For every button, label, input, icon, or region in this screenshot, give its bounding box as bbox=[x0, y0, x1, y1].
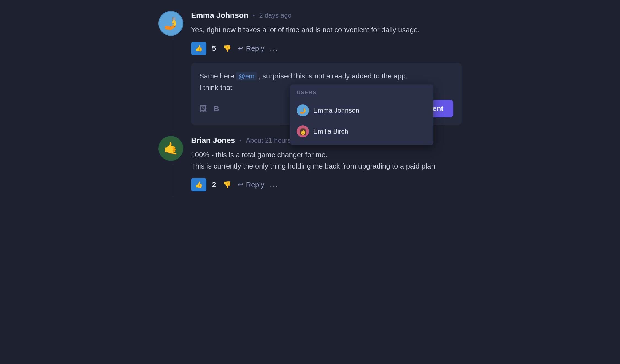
timestamp-emma: 2 days ago bbox=[259, 12, 292, 19]
avatar-emma: 🤳 bbox=[158, 11, 183, 36]
reply-compose: Same here @em , surprised this is not al… bbox=[191, 63, 462, 125]
image-icon-button[interactable]: 🖼 bbox=[199, 104, 207, 113]
dot-separator-brian: • bbox=[239, 137, 241, 144]
dislike-button-emma[interactable]: 👎 bbox=[222, 44, 232, 53]
reply-text-line2-before: I think that bbox=[199, 83, 232, 92]
brian-text-line2: This is currently the only thing holding… bbox=[191, 162, 437, 170]
dropdown-name-emma: Emma Johnson bbox=[313, 105, 359, 116]
like-count-brian: 2 bbox=[212, 180, 216, 189]
avatar-brian: 🤙 bbox=[158, 136, 183, 161]
comment-text-brian: 100% - this is a total game changer for … bbox=[191, 149, 462, 172]
reply-text-after: , surprised this is not already added to… bbox=[258, 72, 408, 80]
more-button-brian[interactable]: ... bbox=[270, 180, 279, 189]
mention-dropdown: USERS 🤳 Emma Johnson 👩 Emilia Birch bbox=[290, 84, 433, 145]
like-count-emma: 5 bbox=[212, 44, 216, 53]
reply-button-brian[interactable]: ↩ Reply bbox=[238, 181, 264, 189]
reaction-bar-brian: 👍 2 👎 ↩ Reply ... bbox=[191, 178, 462, 191]
comment-thread: 🤳 Emma Johnson • 2 days ago Yes, right n… bbox=[158, 11, 462, 191]
comment-emma: 🤳 Emma Johnson • 2 days ago Yes, right n… bbox=[158, 11, 462, 125]
author-name-brian: Brian Jones bbox=[191, 136, 235, 145]
dropdown-avatar-emilia: 👩 bbox=[297, 125, 309, 137]
more-button-emma[interactable]: ... bbox=[270, 44, 279, 53]
dropdown-header: USERS bbox=[290, 89, 433, 100]
dropdown-item-emilia[interactable]: 👩 Emilia Birch bbox=[290, 121, 433, 142]
comment-body-emma: Emma Johnson • 2 days ago Yes, right now… bbox=[191, 11, 462, 125]
like-button-emma[interactable]: 👍 bbox=[191, 42, 206, 55]
reply-text-before: Same here bbox=[199, 72, 234, 80]
dropdown-name-emilia: Emilia Birch bbox=[313, 126, 348, 137]
mention-tag: @em bbox=[236, 72, 257, 80]
comment-header-emma: Emma Johnson • 2 days ago bbox=[191, 11, 462, 20]
comment-text-emma: Yes, right now it takes a lot of time an… bbox=[191, 24, 462, 35]
dropdown-item-emma[interactable]: 🤳 Emma Johnson bbox=[290, 100, 433, 121]
brian-text-line1: 100% - this is a total game changer for … bbox=[191, 151, 328, 159]
reply-arrow-icon-brian: ↩ bbox=[238, 181, 243, 189]
dot-separator: • bbox=[253, 12, 255, 19]
bold-button[interactable]: B bbox=[214, 104, 219, 113]
reaction-bar-emma: 👍 5 👎 ↩ Reply ... bbox=[191, 42, 462, 55]
like-button-brian[interactable]: 👍 bbox=[191, 178, 206, 191]
toolbar-left: 🖼 B bbox=[199, 104, 219, 113]
reply-label-emma: Reply bbox=[246, 44, 264, 53]
reply-button-emma[interactable]: ↩ Reply bbox=[238, 44, 264, 53]
reply-arrow-icon: ↩ bbox=[238, 45, 243, 52]
reply-compose-container: Same here @em , surprised this is not al… bbox=[191, 63, 462, 125]
reply-label-brian: Reply bbox=[246, 181, 264, 189]
author-name-emma: Emma Johnson bbox=[191, 11, 248, 20]
dropdown-avatar-emma: 🤳 bbox=[297, 104, 309, 116]
reply-text-area[interactable]: Same here @em , surprised this is not al… bbox=[199, 70, 453, 93]
dislike-button-brian[interactable]: 👎 bbox=[222, 180, 232, 190]
